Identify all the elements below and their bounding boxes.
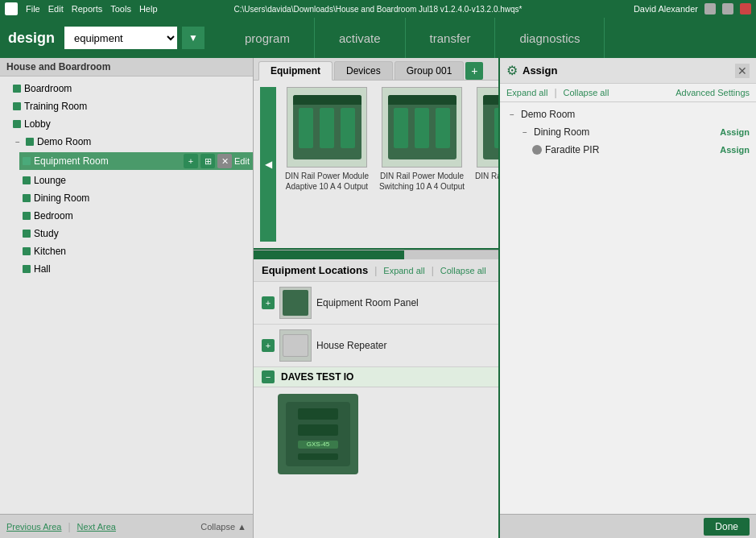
tree-icon-demo-room — [26, 138, 34, 146]
tab-add-btn[interactable]: + — [465, 62, 483, 80]
assign-row-faradite-pir: Faradite PIR Assign — [500, 141, 756, 159]
equipment-card-1[interactable]: DIN Rail Power Module Switching 10 A 4 O… — [378, 87, 466, 242]
tree-label-bedroom: Bedroom — [34, 210, 73, 221]
tab-diagnostics[interactable]: diagnostics — [495, 18, 605, 58]
maximize-btn[interactable] — [722, 3, 733, 14]
tree-icon-equipment-room — [23, 157, 31, 165]
minimize-btn[interactable] — [704, 3, 716, 14]
advanced-settings-link[interactable]: Advanced Settings — [675, 88, 750, 97]
design-area: design equipment lighting audio ▼ — [8, 27, 204, 49]
loc-toggle-0[interactable]: + — [262, 296, 275, 309]
tree-icon-study — [23, 230, 31, 238]
design-label: design — [8, 30, 55, 47]
prev-area-link[interactable]: Previous Area — [6, 522, 61, 532]
tree-label-training-room: Training Room — [24, 101, 87, 112]
design-dropdown-arrow[interactable]: ▼ — [182, 27, 204, 49]
tab-devices[interactable]: Devices — [334, 61, 393, 80]
tab-activate[interactable]: activate — [315, 18, 406, 58]
app-title: C:\Users\davida\Downloads\House and Boar… — [234, 5, 523, 14]
delete-btn-equipment-room[interactable]: ✕ — [217, 154, 232, 168]
tree-item-dining-room[interactable]: Dining Room — [19, 189, 253, 207]
assign-tree: − Demo Room − Dining Room Assign Faradit… — [500, 102, 756, 514]
equipment-label-0: DIN Rail Power Module Adaptive 10 A 4 Ou… — [283, 171, 371, 192]
assign-label-dining-room: Dining Room — [534, 126, 717, 138]
menu-file[interactable]: File — [26, 4, 40, 14]
dining-room-tree-expand[interactable]: − — [519, 126, 531, 138]
device-card[interactable]: GXS-45 — [278, 394, 358, 474]
daves-toggle[interactable]: − — [262, 370, 275, 383]
assign-label-demo-room: Demo Room — [521, 109, 750, 120]
loc-item-img-1 — [279, 329, 312, 362]
menubar: File Edit Reports Tools Help C:\Users\da… — [0, 0, 756, 18]
demo-room-expand[interactable]: − — [13, 137, 23, 147]
equipment-card-0[interactable]: DIN Rail Power Module Adaptive 10 A 4 Ou… — [283, 87, 371, 242]
tab-transfer[interactable]: transfer — [406, 18, 496, 58]
add-btn-equipment-room[interactable]: + — [184, 154, 198, 168]
tree-icon-boardroom — [13, 85, 21, 93]
expand-all-link[interactable]: Expand all — [383, 266, 424, 275]
menu-help[interactable]: Help — [139, 4, 158, 14]
equipment-img-0 — [287, 87, 367, 168]
faradite-pir-icon — [532, 145, 542, 155]
equipment-label-1: DIN Rail Power Module Switching 10 A 4 O… — [378, 171, 466, 192]
tree-item-lounge[interactable]: Lounge — [19, 172, 253, 189]
collapse-arrow: ▲ — [238, 522, 246, 532]
tree-item-bedroom[interactable]: Bedroom — [19, 207, 253, 225]
assign-btn-faradite-pir[interactable]: Assign — [720, 145, 750, 155]
edit-link-equipment-room[interactable]: Edit — [234, 156, 250, 166]
done-bar: Done — [500, 514, 756, 538]
locations-title: Equipment Locations — [262, 264, 368, 276]
right-panel: Equipment Devices Group 001 + ◀ — [254, 58, 756, 538]
tree-label-study: Study — [34, 228, 59, 239]
main-layout: House and Boardroom Boardroom Training R… — [0, 58, 756, 538]
assign-btn-dining-room[interactable]: Assign — [720, 127, 750, 137]
tree-icon-dining-room — [23, 194, 31, 202]
assign-row-dining-room: − Dining Room Assign — [500, 123, 756, 141]
tree-item-boardroom[interactable]: Boardroom — [10, 80, 253, 97]
top-nav: design equipment lighting audio ▼ progra… — [0, 18, 756, 58]
area-title: House and Boardroom — [0, 58, 253, 77]
tree-item-training-room[interactable]: Training Room — [10, 97, 253, 115]
menu-reports[interactable]: Reports — [72, 4, 103, 14]
loc-toggle-1[interactable]: + — [262, 339, 275, 352]
tree-icon-bedroom — [23, 212, 31, 220]
tree-item-demo-room[interactable]: − Demo Room — [10, 133, 253, 151]
thumbnail-scrollbar-thumb[interactable] — [254, 250, 404, 259]
user-name: David Alexander — [634, 4, 698, 14]
tree-item-lobby[interactable]: Lobby — [10, 115, 253, 133]
tab-program[interactable]: program — [221, 18, 315, 58]
nav-tabs: program activate transfer diagnostics — [221, 18, 605, 58]
done-button[interactable]: Done — [704, 518, 750, 536]
close-btn[interactable] — [740, 3, 751, 14]
tab-equipment[interactable]: Equipment — [258, 61, 333, 81]
tree-label-lounge: Lounge — [34, 175, 66, 186]
tree-label-boardroom: Boardroom — [24, 83, 72, 94]
tree-item-equipment-room[interactable]: Equipment Room + ⊞ ✕ Edit — [19, 151, 253, 172]
tree-icon-lobby — [13, 120, 21, 128]
left-bottom-bar: Previous Area | Next Area Collapse ▲ — [0, 514, 253, 538]
copy-btn-equipment-room[interactable]: ⊞ — [200, 154, 215, 168]
collapse-label: Collapse — [200, 522, 235, 532]
collapse-all-link[interactable]: Collapse all — [440, 266, 486, 275]
design-dropdown[interactable]: equipment lighting audio — [64, 27, 177, 49]
loc-item-img-0 — [279, 287, 312, 319]
scroll-left-arrow[interactable]: ◀ — [260, 87, 276, 242]
tree-label-dining-room: Dining Room — [34, 192, 89, 204]
tree-container: Boardroom Training Room Lobby − — [0, 77, 253, 514]
assign-collapse-all[interactable]: Collapse all — [564, 88, 609, 97]
tree-actions-equipment-room: + ⊞ ✕ Edit — [184, 154, 250, 168]
menu-edit[interactable]: Edit — [48, 4, 64, 14]
tree-item-study[interactable]: Study — [19, 225, 253, 242]
assign-gear-icon: ⚙ — [506, 63, 518, 78]
assign-close-btn[interactable]: ✕ — [735, 64, 750, 78]
demo-room-tree-expand[interactable]: − — [506, 109, 518, 120]
menu-tools[interactable]: Tools — [110, 4, 131, 14]
next-area-link[interactable]: Next Area — [77, 522, 116, 532]
assign-row-demo-room: − Demo Room — [500, 106, 756, 123]
collapse-btn[interactable]: Collapse ▲ — [200, 522, 246, 532]
tree-item-hall[interactable]: Hall — [19, 260, 253, 278]
tab-group001[interactable]: Group 001 — [395, 61, 465, 80]
assign-expand-all[interactable]: Expand all — [506, 88, 547, 97]
tree-item-kitchen[interactable]: Kitchen — [19, 242, 253, 260]
menubar-left: File Edit Reports Tools Help — [5, 2, 158, 15]
